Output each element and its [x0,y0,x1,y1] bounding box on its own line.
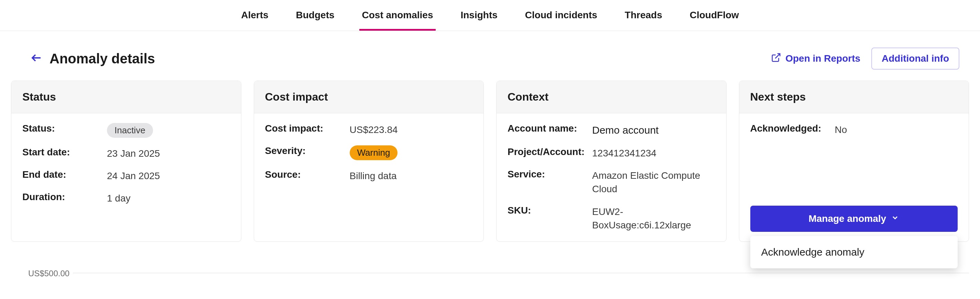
manage-anomaly-label: Manage anomaly [808,213,886,224]
acknowledge-anomaly-item[interactable]: Acknowledge anomaly [750,239,958,265]
context-card-title: Context [496,81,726,114]
end-date-value: 24 Jan 2025 [107,169,160,182]
svg-line-1 [775,53,780,58]
sku-row: SKU: EUW2-BoxUsage:c6i.12xlarge [508,205,715,232]
end-date-row: End date: 24 Jan 2025 [22,169,230,182]
page-title: Anomaly details [49,51,155,67]
duration-value: 1 day [107,192,130,205]
service-label: Service: [508,169,587,180]
cards-row: Status Status: Inactive Start date: 23 J… [0,81,980,242]
acknowledged-value: No [835,123,847,136]
project-account-row: Project/Account: 123412341234 [508,146,715,160]
service-row: Service: Amazon Elastic Compute Cloud [508,169,715,196]
acknowledged-row: Acknowledged: No [750,123,958,136]
source-label: Source: [265,169,344,180]
account-name-value: Demo account [592,123,659,138]
cost-impact-card: Cost impact Cost impact: US$223.84 Sever… [254,81,484,242]
cost-impact-row: Cost impact: US$223.84 [265,123,473,136]
page-header-left: Anomaly details [30,51,155,67]
duration-row: Duration: 1 day [22,192,230,205]
sku-value: EUW2-BoxUsage:c6i.12xlarge [592,205,715,232]
tab-threads[interactable]: Threads [622,0,665,30]
tab-cost-anomalies[interactable]: Cost anomalies [360,0,436,30]
open-in-reports-link[interactable]: Open in Reports [771,52,860,65]
page-header: Anomaly details Open in Reports Addition… [0,31,980,81]
page-header-right: Open in Reports Additional info [771,48,966,70]
cost-impact-card-title: Cost impact [254,81,484,114]
status-card-title: Status [11,81,241,114]
tab-alerts[interactable]: Alerts [238,0,271,30]
manage-anomaly-button[interactable]: Manage anomaly [750,206,958,232]
status-badge: Inactive [107,123,153,138]
severity-badge: Warning [350,146,398,160]
severity-label: Severity: [265,146,344,157]
y-axis-label-500: US$500.00 [28,269,70,278]
cost-impact-label: Cost impact: [265,123,344,134]
additional-info-button[interactable]: Additional info [871,48,959,70]
manage-anomaly-dropdown: Acknowledge anomaly [750,236,958,269]
status-card: Status Status: Inactive Start date: 23 J… [11,81,242,242]
project-account-label: Project/Account: [508,146,587,157]
tabs-bar: Alerts Budgets Cost anomalies Insights C… [0,0,980,31]
service-value: Amazon Elastic Compute Cloud [592,169,715,196]
duration-label: Duration: [22,192,102,203]
severity-row: Severity: Warning [265,146,473,160]
external-link-icon [771,52,781,65]
tab-cloud-incidents[interactable]: Cloud incidents [522,0,600,30]
end-date-label: End date: [22,169,102,180]
context-card: Context Account name: Demo account Proje… [496,81,727,242]
sku-label: SKU: [508,205,587,216]
cost-impact-value: US$223.84 [350,123,398,136]
acknowledged-label: Acknowledged: [750,123,829,134]
tab-budgets[interactable]: Budgets [293,0,337,30]
manage-anomaly-wrap: Manage anomaly Acknowledge anomaly [750,206,958,232]
next-steps-card-title: Next steps [739,81,969,114]
tab-insights[interactable]: Insights [458,0,500,30]
severity-value-wrap: Warning [350,146,398,160]
project-account-value: 123412341234 [592,146,656,160]
status-row: Status: Inactive [22,123,230,138]
start-date-label: Start date: [22,147,102,158]
account-name-label: Account name: [508,123,587,134]
status-value-wrap: Inactive [107,123,153,138]
source-row: Source: Billing data [265,169,473,182]
start-date-row: Start date: 23 Jan 2025 [22,147,230,160]
tab-cloudflow[interactable]: CloudFlow [687,0,742,30]
back-arrow-icon[interactable] [30,52,43,66]
source-value: Billing data [350,169,397,182]
start-date-value: 23 Jan 2025 [107,147,160,160]
chevron-down-icon [891,213,899,224]
status-label: Status: [22,123,102,134]
account-name-row: Account name: Demo account [508,123,715,138]
next-steps-card: Next steps Acknowledged: No Manage anoma… [739,81,969,242]
y-gridline-500 [73,273,969,273]
open-in-reports-label: Open in Reports [785,53,860,64]
